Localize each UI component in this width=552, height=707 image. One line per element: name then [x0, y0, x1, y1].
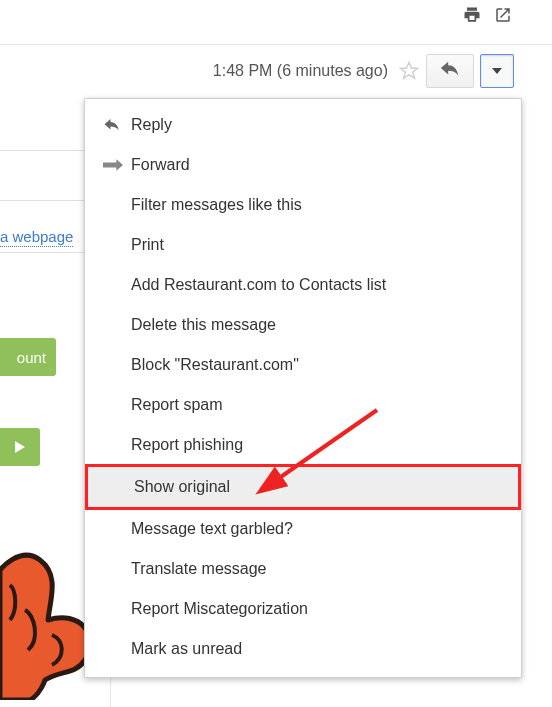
menu-item-block-restaurant-com[interactable]: Block "Restaurant.com" — [85, 345, 521, 385]
menu-item-label: Reply — [131, 116, 172, 134]
message-header-actions: 1:48 PM (6 minutes ago) — [213, 54, 514, 88]
bg-account-button-label: ount — [17, 349, 46, 366]
play-icon — [15, 441, 25, 453]
reply-button[interactable] — [426, 54, 474, 88]
menu-item-label: Show original — [134, 478, 230, 496]
bg-separator — [0, 150, 90, 151]
menu-item-report-miscategorization[interactable]: Report Miscategorization — [85, 589, 521, 629]
bg-separator — [0, 252, 90, 253]
menu-item-report-spam[interactable]: Report spam — [85, 385, 521, 425]
menu-item-label: Mark as unread — [131, 640, 242, 658]
menu-item-label: Report Miscategorization — [131, 600, 308, 618]
message-timestamp: 1:48 PM (6 minutes ago) — [213, 62, 388, 80]
reply-icon — [439, 58, 461, 84]
menu-item-reply[interactable]: Reply — [85, 105, 521, 145]
menu-item-filter-messages-like-this[interactable]: Filter messages like this — [85, 185, 521, 225]
menu-item-label: Block "Restaurant.com" — [131, 356, 299, 374]
menu-item-mark-as-unread[interactable]: Mark as unread — [85, 629, 521, 669]
menu-item-delete-this-message[interactable]: Delete this message — [85, 305, 521, 345]
menu-item-label: Translate message — [131, 560, 266, 578]
open-new-window-icon[interactable] — [494, 6, 512, 24]
menu-item-label: Add Restaurant.com to Contacts list — [131, 276, 386, 294]
bg-play-button[interactable] — [0, 428, 40, 466]
menu-item-label: Delete this message — [131, 316, 276, 334]
menu-item-report-phishing[interactable]: Report phishing — [85, 425, 521, 465]
menu-item-forward[interactable]: Forward — [85, 145, 521, 185]
bg-separator — [0, 200, 90, 201]
menu-item-label: Report spam — [131, 396, 223, 414]
menu-item-message-text-garbled[interactable]: Message text garbled? — [85, 509, 521, 549]
reply-icon — [103, 116, 127, 134]
more-actions-menu: ReplyForwardFilter messages like thisPri… — [84, 98, 522, 678]
menu-item-label: Filter messages like this — [131, 196, 302, 214]
menu-item-label: Message text garbled? — [131, 520, 293, 538]
menu-item-print[interactable]: Print — [85, 225, 521, 265]
menu-item-label: Report phishing — [131, 436, 243, 454]
menu-item-show-original[interactable]: Show original — [85, 464, 521, 510]
more-actions-dropdown-button[interactable] — [480, 54, 514, 88]
message-top-actions — [462, 5, 512, 25]
bg-webpage-link[interactable]: a webpage — [0, 228, 73, 247]
svg-marker-0 — [400, 62, 417, 78]
forward-icon — [103, 158, 127, 172]
menu-item-add-restaurant-com-to-contacts-list[interactable]: Add Restaurant.com to Contacts list — [85, 265, 521, 305]
divider — [0, 44, 552, 45]
star-icon[interactable] — [398, 60, 420, 82]
print-icon[interactable] — [462, 5, 482, 25]
menu-item-label: Forward — [131, 156, 190, 174]
menu-item-label: Print — [131, 236, 164, 254]
menu-item-translate-message[interactable]: Translate message — [85, 549, 521, 589]
chevron-down-icon — [492, 68, 502, 74]
bg-account-button[interactable]: ount — [0, 338, 56, 376]
